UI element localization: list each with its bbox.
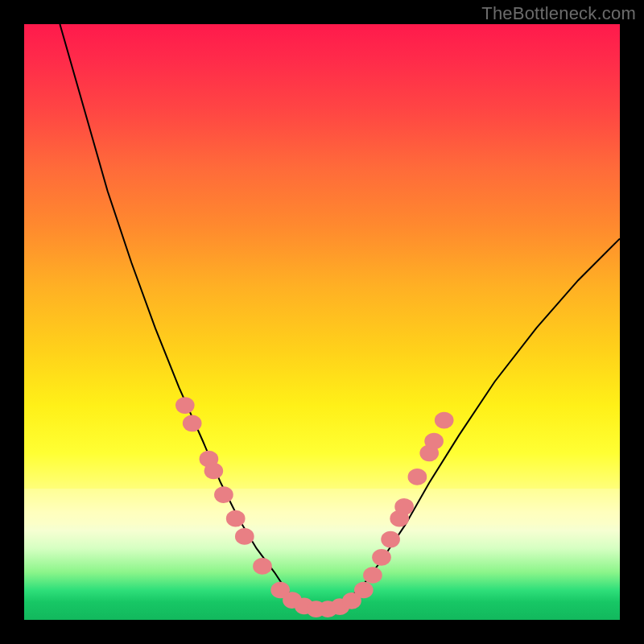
data-bead: [424, 433, 444, 450]
data-bead: [381, 531, 400, 548]
data-bead: [235, 528, 254, 545]
data-bead: [363, 567, 382, 584]
data-bead: [394, 498, 414, 515]
data-bead: [435, 412, 454, 429]
data-bead: [214, 486, 233, 503]
chart-frame: TheBottleneck.com: [0, 0, 644, 644]
data-bead: [175, 397, 195, 414]
data-bead: [408, 469, 427, 485]
data-bead: [226, 510, 246, 527]
data-bead: [253, 558, 272, 575]
left-curve: [60, 24, 310, 608]
watermark-text: TheBottleneck.com: [481, 3, 636, 24]
plot-area: [24, 24, 620, 620]
beads-left-group: [175, 397, 374, 617]
data-bead: [204, 463, 223, 480]
curve-layer: [24, 24, 620, 620]
data-bead: [183, 415, 202, 431]
beads-right-group: [363, 412, 453, 584]
data-bead: [372, 549, 391, 566]
data-bead: [354, 582, 374, 599]
